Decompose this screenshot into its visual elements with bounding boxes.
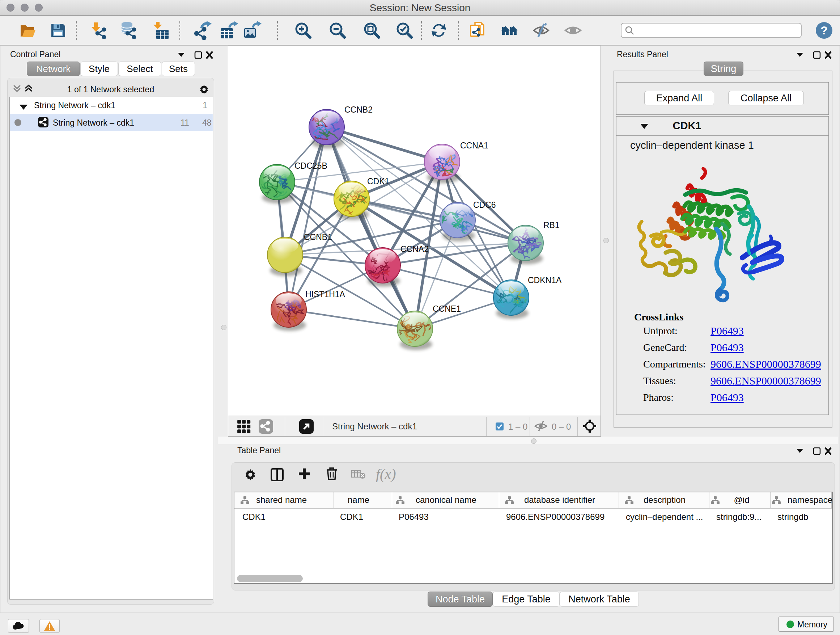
svg-text:RB1: RB1 xyxy=(543,220,560,230)
svg-text:CCNA2: CCNA2 xyxy=(401,244,429,254)
svg-text:HIST1H1A: HIST1H1A xyxy=(305,290,346,299)
svg-text:CDK1: CDK1 xyxy=(367,177,389,186)
svg-text:CDKN1A: CDKN1A xyxy=(528,276,562,285)
svg-text:CCNE1: CCNE1 xyxy=(433,304,461,314)
svg-text:CDC25B: CDC25B xyxy=(294,161,327,171)
svg-text:CCNA1: CCNA1 xyxy=(460,141,488,150)
svg-text:CDC6: CDC6 xyxy=(473,200,496,210)
svg-text:CCNB2: CCNB2 xyxy=(344,105,373,114)
svg-text:CCNB1: CCNB1 xyxy=(304,233,332,242)
